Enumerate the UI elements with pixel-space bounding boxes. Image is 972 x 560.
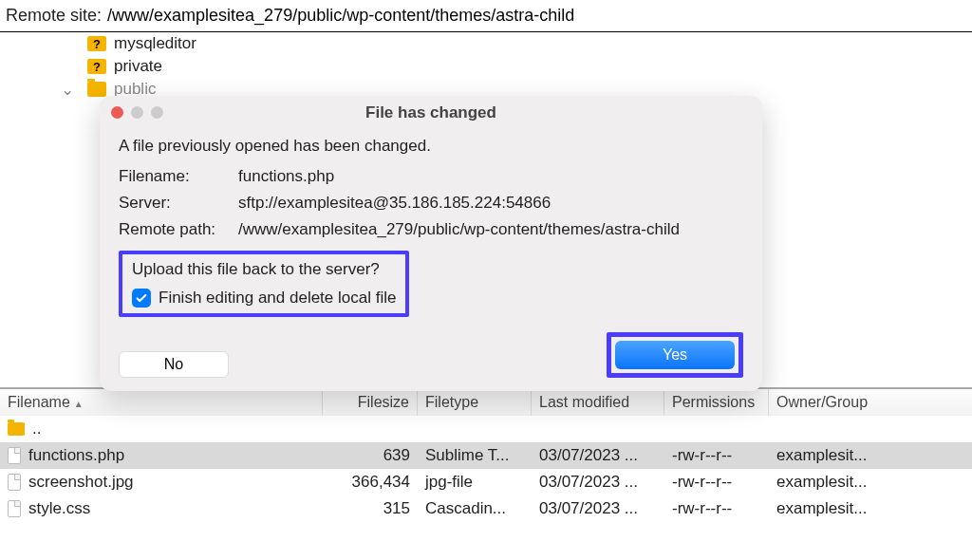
zoom-icon	[151, 106, 163, 119]
file-row[interactable]: style.css 315 Cascadin... 03/07/2023 ...…	[0, 495, 972, 522]
folder-icon	[87, 82, 106, 97]
file-modified: 03/07/2023 ...	[532, 446, 664, 465]
no-button[interactable]: No	[119, 351, 229, 378]
window-controls	[111, 106, 163, 119]
file-size: 315	[323, 499, 418, 518]
remote-path-input[interactable]	[102, 4, 966, 28]
column-header-owner[interactable]: Owner/Group	[769, 389, 883, 416]
file-size: 639	[323, 446, 418, 465]
filename-value: functions.php	[238, 167, 743, 186]
question-folder-icon: ?	[87, 36, 106, 51]
file-icon	[8, 447, 21, 464]
file-owner: examplesit...	[769, 473, 883, 492]
server-value: sftp://examplesitea@35.186.185.224:54866	[238, 194, 743, 213]
chevron-down-icon: ⌄	[61, 80, 76, 100]
file-type: Sublime T...	[418, 446, 532, 465]
column-header-filesize[interactable]: Filesize	[323, 389, 418, 416]
file-icon	[8, 500, 21, 517]
parent-dir-label: ..	[32, 420, 41, 439]
remote-path-value: /www/examplesitea_279/public/wp-content/…	[238, 220, 743, 239]
dialog-buttons: No Yes	[100, 321, 762, 391]
file-changed-dialog: File has changed A file previously opene…	[100, 96, 762, 391]
upload-prompt: Upload this file back to the server?	[132, 260, 396, 279]
column-header-permissions[interactable]: Permissions	[664, 389, 769, 416]
file-name: style.css	[28, 499, 90, 518]
sort-asc-icon: ▲	[74, 399, 84, 409]
file-row[interactable]: functions.php 639 Sublime T... 03/07/202…	[0, 442, 972, 469]
remote-path-label: Remote path:	[119, 220, 238, 239]
yes-button-highlight: Yes	[607, 332, 743, 378]
delete-local-checkbox-row[interactable]: Finish editing and delete local file	[132, 289, 396, 308]
dialog-titlebar: File has changed	[100, 96, 762, 127]
file-modified: 03/07/2023 ...	[532, 473, 664, 492]
column-header-filename[interactable]: Filename▲	[0, 389, 323, 416]
server-label: Server:	[119, 194, 238, 213]
checkbox-icon[interactable]	[132, 289, 151, 308]
column-header-filetype[interactable]: Filetype	[418, 389, 532, 416]
tree-item-label: private	[114, 57, 162, 76]
tree-item-mysqleditor[interactable]: ? mysqleditor	[0, 32, 972, 55]
file-listing-body: .. functions.php 639 Sublime T... 03/07/…	[0, 416, 972, 522]
file-listing-header: Filename▲ Filesize Filetype Last modifie…	[0, 389, 972, 416]
file-listing: Filename▲ Filesize Filetype Last modifie…	[0, 387, 972, 560]
file-owner: examplesit...	[769, 499, 883, 518]
minimize-icon	[131, 106, 143, 119]
file-name: screenshot.jpg	[28, 473, 134, 492]
file-icon	[8, 474, 21, 491]
file-owner: examplesit...	[769, 446, 883, 465]
file-name: functions.php	[28, 446, 124, 465]
yes-button[interactable]: Yes	[615, 341, 735, 369]
file-type: Cascadin...	[418, 499, 532, 518]
close-icon[interactable]	[111, 106, 123, 119]
file-permissions: -rw-r--r--	[664, 473, 769, 492]
dialog-body: A file previously opened has been change…	[100, 127, 762, 321]
dialog-message: A file previously opened has been change…	[119, 137, 743, 156]
question-folder-icon: ?	[87, 59, 106, 74]
file-size: 366,434	[323, 473, 418, 492]
parent-dir-row[interactable]: ..	[0, 416, 972, 442]
file-permissions: -rw-r--r--	[664, 446, 769, 465]
remote-path-bar: Remote site:	[0, 0, 972, 33]
checkbox-label: Finish editing and delete local file	[159, 289, 396, 308]
filename-label: Filename:	[119, 167, 238, 186]
remote-site-label: Remote site:	[6, 6, 102, 26]
file-type: jpg-file	[418, 473, 532, 492]
column-header-lastmodified[interactable]: Last modified	[532, 389, 664, 416]
dialog-title: File has changed	[100, 103, 762, 122]
tree-item-private[interactable]: ? private	[0, 55, 972, 78]
upload-prompt-highlight: Upload this file back to the server? Fin…	[119, 251, 409, 317]
file-modified: 03/07/2023 ...	[532, 499, 664, 518]
file-permissions: -rw-r--r--	[664, 499, 769, 518]
file-row[interactable]: screenshot.jpg 366,434 jpg-file 03/07/20…	[0, 469, 972, 495]
folder-icon	[8, 422, 25, 436]
tree-item-label: mysqleditor	[114, 34, 196, 53]
